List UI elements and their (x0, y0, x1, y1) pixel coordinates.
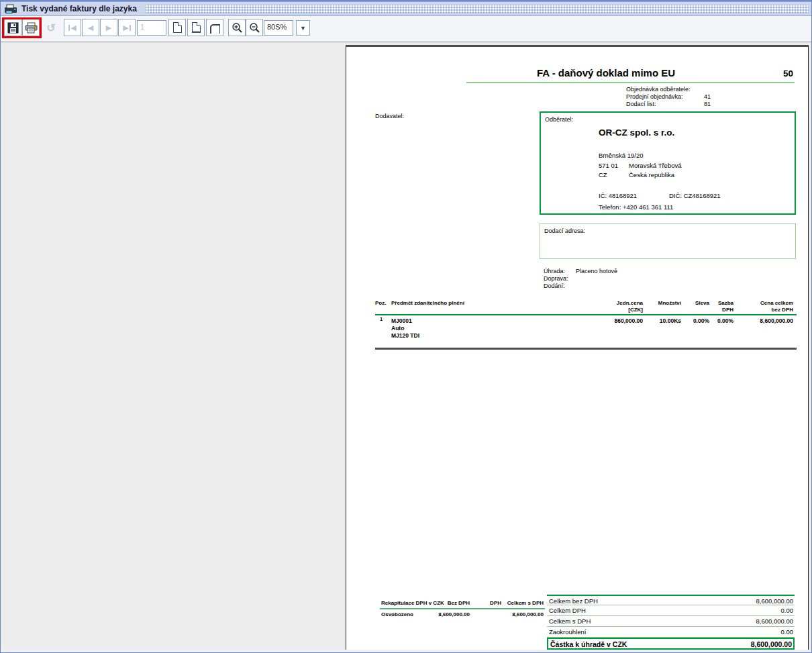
col-header-currency: [CZK] (628, 307, 643, 313)
save-button[interactable] (4, 19, 21, 36)
totals-box: Celkem bez DPH8,600,000.00 Celkem DPH0.0… (547, 595, 795, 650)
recap-header-base: Bez DPH (427, 600, 470, 606)
col-header-subject: Předmět zdanitelného plnění (391, 300, 464, 306)
item-desc2: MJ120 TDI (391, 332, 419, 339)
col-header-total2: bez DPH (772, 307, 793, 313)
last-page-icon: ▶ (123, 24, 130, 32)
customer-dic: DIČ: CZ48168921 (669, 192, 721, 199)
supplier-label: Dodavatel: (375, 113, 404, 119)
recap-header-total: Celkem s DPH (497, 600, 544, 606)
customer-street: Brněnská 19/20 (599, 152, 644, 159)
zoom-in-icon (232, 22, 243, 34)
page-number-input[interactable]: 1 (137, 20, 166, 36)
window-title: Tisk vydané faktury dle jazyka (21, 4, 137, 13)
toolbar: ↺ ◀ ◀ ▶ ▶ 1 (1, 16, 811, 42)
col-header-vatrate: Sazba (718, 300, 733, 306)
customer-box: Odběratel: OR-CZ spol. s r.o. Brněnská 1… (540, 111, 796, 215)
customer-city: Moravská Třebová (629, 162, 682, 169)
col-header-qty: Množství (658, 300, 681, 306)
fit-page-icon (192, 22, 201, 33)
payment-method-line: Úhrada:Placeno hotově (544, 268, 617, 274)
refresh-button[interactable]: ↺ (42, 19, 60, 36)
titlebar-texture (146, 5, 809, 13)
invoice-number: 50 (753, 68, 793, 79)
item-vat: 0.00% (717, 317, 733, 324)
rounding-row: Zaokrouhlení0.00 (547, 627, 795, 638)
preview-viewport[interactable]: FA - daňový doklad mimo EU 50 Objednávka… (1, 42, 812, 650)
recap-row-name: Osvobozeno (381, 611, 413, 617)
single-page-view-button[interactable] (168, 19, 186, 36)
total-without-vat-row: Celkem bez DPH8,600,000.00 (547, 595, 795, 605)
recap-row-base: 8,600,000.00 (427, 611, 470, 617)
print-preview-window: Tisk vydané faktury dle jazyka (0, 0, 812, 653)
zoom-out-icon (249, 22, 260, 34)
fit-width-icon (210, 24, 220, 34)
customer-phone: Telefon: +420 461 361 111 (599, 203, 673, 211)
single-page-icon (173, 22, 182, 33)
item-desc1: Auto (391, 325, 404, 332)
transport-line: Doprava: (544, 275, 576, 282)
total-with-vat-row: Celkem s DPH8,600,000.00 (547, 616, 795, 627)
col-header-total: Cena celkem (760, 300, 793, 306)
delivery-line: Dodání: (544, 283, 576, 289)
ref-sales-order: Prodejní objednávka:41 (626, 93, 711, 100)
fit-width-view-button[interactable] (206, 19, 223, 36)
title-underline (466, 82, 795, 83)
recap-rule (380, 608, 545, 609)
next-page-button[interactable]: ▶ (100, 19, 117, 36)
total-vat-row: Celkem DPH0.00 (547, 605, 795, 616)
previous-page-button[interactable]: ◀ (82, 19, 99, 36)
amount-due-row: Částka k úhradě v CZK8,600,000.00 (547, 638, 795, 650)
fit-page-view-button[interactable] (187, 19, 205, 36)
save-icon (7, 22, 19, 34)
col-header-discount: Sleva (695, 300, 709, 306)
invoice-title: FA - daňový doklad mimo EU (472, 67, 740, 79)
delivery-address-label: Dodací adresa: (544, 228, 585, 234)
zoom-in-button[interactable] (228, 19, 246, 36)
items-bottom-rule (375, 348, 797, 350)
zoom-level-input[interactable]: 80S% (264, 20, 293, 36)
ref-customer-order: Objednávka odběratele: (626, 86, 704, 93)
printer-icon (4, 4, 17, 14)
zoom-out-button[interactable] (246, 19, 263, 36)
items-header-rule (375, 314, 797, 315)
ref-delivery-note: Dodací list:81 (626, 101, 711, 107)
chevron-down-icon: ▼ (300, 25, 306, 32)
customer-ic: IČ: 48168921 (599, 192, 637, 199)
delivery-address-box: Dodací adresa: (540, 223, 796, 259)
recap-row-total: 8,600,000.00 (497, 611, 544, 617)
item-pos: 1 (380, 316, 383, 322)
item-total: 8,600,000.00 (760, 317, 793, 324)
item-discount: 0.00% (693, 317, 709, 324)
print-icon (25, 22, 38, 34)
customer-label: Odběratel: (545, 116, 573, 123)
refresh-icon: ↺ (46, 21, 55, 34)
first-page-button[interactable]: ◀ (64, 19, 81, 36)
customer-name: OR-CZ spol. s r.o. (599, 128, 674, 138)
item-qty: 10.00Ks (660, 317, 681, 324)
first-page-icon: ◀ (68, 24, 76, 32)
invoice-page: FA - daňový doklad mimo EU 50 Objednávka… (346, 45, 809, 650)
next-page-icon: ▶ (106, 24, 111, 32)
item-unit-price: 860,000.00 (614, 317, 643, 324)
item-code: MJ0001 (391, 317, 412, 324)
col-header-vat: DPH (722, 307, 733, 313)
last-page-button[interactable]: ▶ (118, 19, 136, 36)
previous-page-icon: ◀ (88, 24, 93, 32)
titlebar: Tisk vydané faktury dle jazyka (1, 1, 811, 16)
customer-country-code: CZ (599, 171, 607, 179)
customer-zip: 571 01 (599, 162, 618, 169)
customer-country: Česká republika (629, 171, 674, 179)
zoom-dropdown-button[interactable]: ▼ (296, 20, 310, 36)
print-button[interactable] (22, 19, 40, 36)
col-header-unitprice: Jedn.cena (617, 300, 643, 306)
col-header-pos: Poz. (375, 300, 386, 306)
